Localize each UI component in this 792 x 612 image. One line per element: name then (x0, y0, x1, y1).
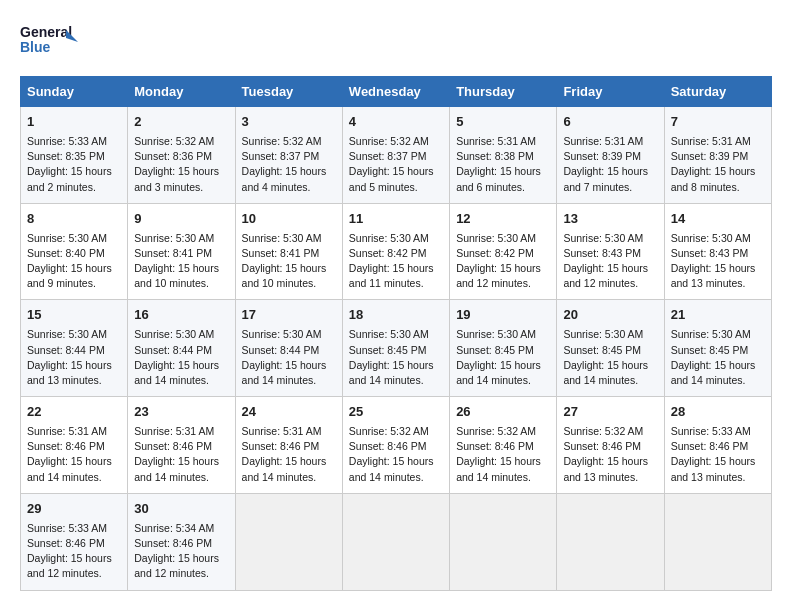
sunset-text: Sunset: 8:40 PM (27, 247, 105, 259)
weekday-header-tuesday: Tuesday (235, 77, 342, 107)
sunrise-text: Sunrise: 5:30 AM (349, 328, 429, 340)
day-number: 26 (456, 403, 550, 422)
calendar-cell: 19Sunrise: 5:30 AMSunset: 8:45 PMDayligh… (450, 300, 557, 397)
calendar-cell: 21Sunrise: 5:30 AMSunset: 8:45 PMDayligh… (664, 300, 771, 397)
calendar-cell: 13Sunrise: 5:30 AMSunset: 8:43 PMDayligh… (557, 203, 664, 300)
daylight-label: Daylight: 15 hours and 14 minutes. (456, 359, 541, 386)
calendar-header: SundayMondayTuesdayWednesdayThursdayFrid… (21, 77, 772, 107)
sunset-text: Sunset: 8:46 PM (27, 440, 105, 452)
daylight-label: Daylight: 15 hours and 13 minutes. (27, 359, 112, 386)
calendar-cell: 5Sunrise: 5:31 AMSunset: 8:38 PMDaylight… (450, 107, 557, 204)
sunrise-text: Sunrise: 5:30 AM (27, 232, 107, 244)
daylight-label: Daylight: 15 hours and 14 minutes. (134, 359, 219, 386)
sunset-text: Sunset: 8:46 PM (671, 440, 749, 452)
calendar-week-4: 22Sunrise: 5:31 AMSunset: 8:46 PMDayligh… (21, 397, 772, 494)
sunrise-text: Sunrise: 5:33 AM (27, 135, 107, 147)
logo: GeneralBlue (20, 20, 80, 60)
daylight-label: Daylight: 15 hours and 6 minutes. (456, 165, 541, 192)
sunrise-text: Sunrise: 5:33 AM (671, 425, 751, 437)
day-number: 9 (134, 210, 228, 229)
sunset-text: Sunset: 8:45 PM (349, 344, 427, 356)
sunset-text: Sunset: 8:45 PM (671, 344, 749, 356)
sunrise-text: Sunrise: 5:31 AM (671, 135, 751, 147)
calendar-cell (557, 493, 664, 590)
calendar-cell: 10Sunrise: 5:30 AMSunset: 8:41 PMDayligh… (235, 203, 342, 300)
day-number: 22 (27, 403, 121, 422)
page-header: GeneralBlue (20, 20, 772, 60)
sunset-text: Sunset: 8:43 PM (563, 247, 641, 259)
calendar-cell: 20Sunrise: 5:30 AMSunset: 8:45 PMDayligh… (557, 300, 664, 397)
day-number: 25 (349, 403, 443, 422)
sunrise-text: Sunrise: 5:31 AM (134, 425, 214, 437)
day-number: 4 (349, 113, 443, 132)
weekday-header-saturday: Saturday (664, 77, 771, 107)
calendar-cell: 30Sunrise: 5:34 AMSunset: 8:46 PMDayligh… (128, 493, 235, 590)
sunrise-text: Sunrise: 5:30 AM (349, 232, 429, 244)
sunrise-text: Sunrise: 5:34 AM (134, 522, 214, 534)
calendar-cell: 27Sunrise: 5:32 AMSunset: 8:46 PMDayligh… (557, 397, 664, 494)
daylight-label: Daylight: 15 hours and 11 minutes. (349, 262, 434, 289)
calendar-cell: 17Sunrise: 5:30 AMSunset: 8:44 PMDayligh… (235, 300, 342, 397)
day-number: 27 (563, 403, 657, 422)
daylight-label: Daylight: 15 hours and 14 minutes. (242, 455, 327, 482)
weekday-header-sunday: Sunday (21, 77, 128, 107)
daylight-label: Daylight: 15 hours and 14 minutes. (671, 359, 756, 386)
daylight-label: Daylight: 15 hours and 12 minutes. (456, 262, 541, 289)
weekday-header-friday: Friday (557, 77, 664, 107)
calendar-cell: 23Sunrise: 5:31 AMSunset: 8:46 PMDayligh… (128, 397, 235, 494)
day-number: 17 (242, 306, 336, 325)
calendar-cell (664, 493, 771, 590)
weekday-header-thursday: Thursday (450, 77, 557, 107)
calendar-cell: 26Sunrise: 5:32 AMSunset: 8:46 PMDayligh… (450, 397, 557, 494)
day-number: 8 (27, 210, 121, 229)
sunrise-text: Sunrise: 5:30 AM (671, 328, 751, 340)
calendar-cell: 16Sunrise: 5:30 AMSunset: 8:44 PMDayligh… (128, 300, 235, 397)
sunset-text: Sunset: 8:46 PM (563, 440, 641, 452)
daylight-label: Daylight: 15 hours and 14 minutes. (456, 455, 541, 482)
day-number: 10 (242, 210, 336, 229)
sunrise-text: Sunrise: 5:30 AM (671, 232, 751, 244)
sunset-text: Sunset: 8:44 PM (134, 344, 212, 356)
weekday-header-wednesday: Wednesday (342, 77, 449, 107)
daylight-label: Daylight: 15 hours and 2 minutes. (27, 165, 112, 192)
sunset-text: Sunset: 8:46 PM (349, 440, 427, 452)
daylight-label: Daylight: 15 hours and 14 minutes. (242, 359, 327, 386)
daylight-label: Daylight: 15 hours and 10 minutes. (242, 262, 327, 289)
sunset-text: Sunset: 8:45 PM (456, 344, 534, 356)
sunset-text: Sunset: 8:45 PM (563, 344, 641, 356)
sunrise-text: Sunrise: 5:30 AM (242, 232, 322, 244)
calendar-week-2: 8Sunrise: 5:30 AMSunset: 8:40 PMDaylight… (21, 203, 772, 300)
sunrise-text: Sunrise: 5:30 AM (456, 328, 536, 340)
sunset-text: Sunset: 8:46 PM (456, 440, 534, 452)
sunrise-text: Sunrise: 5:31 AM (242, 425, 322, 437)
calendar-cell: 18Sunrise: 5:30 AMSunset: 8:45 PMDayligh… (342, 300, 449, 397)
sunset-text: Sunset: 8:46 PM (242, 440, 320, 452)
daylight-label: Daylight: 15 hours and 9 minutes. (27, 262, 112, 289)
sunset-text: Sunset: 8:37 PM (242, 150, 320, 162)
sunrise-text: Sunrise: 5:31 AM (456, 135, 536, 147)
daylight-label: Daylight: 15 hours and 12 minutes. (27, 552, 112, 579)
sunrise-text: Sunrise: 5:32 AM (242, 135, 322, 147)
sunset-text: Sunset: 8:38 PM (456, 150, 534, 162)
calendar-cell: 22Sunrise: 5:31 AMSunset: 8:46 PMDayligh… (21, 397, 128, 494)
calendar-cell: 24Sunrise: 5:31 AMSunset: 8:46 PMDayligh… (235, 397, 342, 494)
sunrise-text: Sunrise: 5:33 AM (27, 522, 107, 534)
sunrise-text: Sunrise: 5:32 AM (349, 425, 429, 437)
calendar-cell (450, 493, 557, 590)
sunset-text: Sunset: 8:39 PM (563, 150, 641, 162)
day-number: 14 (671, 210, 765, 229)
sunset-text: Sunset: 8:42 PM (349, 247, 427, 259)
day-number: 15 (27, 306, 121, 325)
daylight-label: Daylight: 15 hours and 5 minutes. (349, 165, 434, 192)
calendar-cell: 6Sunrise: 5:31 AMSunset: 8:39 PMDaylight… (557, 107, 664, 204)
sunrise-text: Sunrise: 5:31 AM (563, 135, 643, 147)
sunset-text: Sunset: 8:46 PM (27, 537, 105, 549)
day-number: 18 (349, 306, 443, 325)
daylight-label: Daylight: 15 hours and 14 minutes. (134, 455, 219, 482)
day-number: 13 (563, 210, 657, 229)
svg-text:General: General (20, 24, 72, 40)
sunset-text: Sunset: 8:44 PM (27, 344, 105, 356)
calendar-cell: 14Sunrise: 5:30 AMSunset: 8:43 PMDayligh… (664, 203, 771, 300)
day-number: 6 (563, 113, 657, 132)
sunrise-text: Sunrise: 5:30 AM (456, 232, 536, 244)
